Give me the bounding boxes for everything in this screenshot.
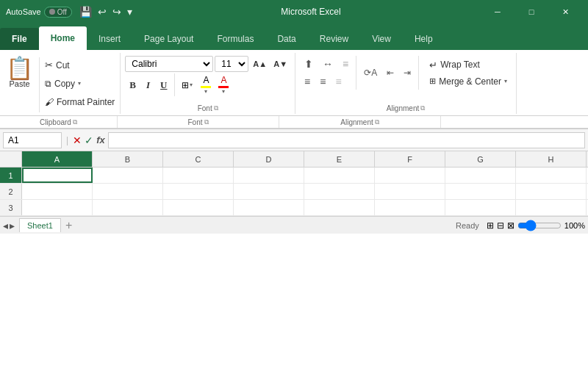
align-left-button[interactable]: ≡ (300, 73, 315, 90)
cell-D3[interactable] (234, 200, 304, 215)
format-painter-button[interactable]: 🖌 Format Painter (43, 96, 117, 109)
page-layout-view-button[interactable]: ⊟ (497, 220, 504, 231)
sheet-nav-right[interactable]: ▸ (10, 220, 15, 231)
cancel-formula-icon[interactable]: ✕ (73, 134, 82, 146)
tab-home[interactable]: Home (39, 26, 87, 50)
zoom-slider[interactable] (517, 220, 562, 231)
border-button[interactable]: ⊞ ▾ (178, 78, 196, 93)
cell-C3[interactable] (163, 200, 234, 215)
tab-insert[interactable]: Insert (87, 28, 132, 50)
cell-E1[interactable] (304, 168, 375, 183)
formula-input[interactable] (108, 132, 585, 148)
name-box[interactable] (3, 132, 62, 148)
alignment-group: ⬆ ↔ ≡ ≡ ≡ ≡ ⟳A ⇤ ⇥ (295, 53, 517, 114)
cell-B1[interactable] (93, 168, 163, 183)
indent-decrease-button[interactable]: ⇤ (382, 65, 398, 80)
minimize-button[interactable]: ─ (481, 0, 514, 24)
align-center-button[interactable]: ≡ (315, 73, 330, 90)
tab-data[interactable]: Data (265, 28, 307, 50)
close-button[interactable]: ✕ (548, 0, 582, 24)
add-sheet-button[interactable]: + (65, 219, 72, 232)
undo-icon[interactable]: ↩ (98, 6, 107, 18)
font-size-select[interactable]: 11 (215, 56, 248, 72)
cell-A3[interactable] (22, 200, 93, 215)
merge-center-button[interactable]: ⊞ Merge & Center ▾ (425, 74, 512, 89)
cell-F3[interactable] (375, 200, 445, 215)
col-header-C[interactable]: C (163, 151, 234, 167)
font-grow-button[interactable]: A▲ (250, 58, 270, 70)
customize-quick-access-icon[interactable]: ▾ (127, 6, 132, 18)
col-header-A[interactable]: A (22, 151, 93, 167)
cell-E2[interactable] (304, 184, 375, 199)
wrap-merge-group: ↵ Wrap Text ⊞ Merge & Center ▾ (425, 57, 512, 89)
fx-icon[interactable]: fx (96, 134, 105, 145)
copy-button[interactable]: ⧉ Copy ▾ (43, 77, 117, 90)
cell-G2[interactable] (445, 184, 516, 199)
underline-button[interactable]: U (156, 77, 171, 93)
align-middle-button[interactable]: ↔ (318, 56, 337, 72)
view-controls: ⊞ ⊟ ⊠ 100% (487, 220, 585, 231)
font-group-expand[interactable]: ⧉ (204, 118, 209, 126)
copy-label: Copy (54, 79, 75, 89)
cell-B2[interactable] (93, 184, 163, 199)
fill-color-button[interactable]: A ▾ (198, 73, 214, 96)
cell-H2[interactable] (516, 184, 587, 199)
bold-button[interactable]: B (125, 77, 140, 93)
clipboard-expand-icon[interactable]: ⧉ (73, 118, 77, 126)
tab-help[interactable]: Help (403, 28, 445, 50)
orientation-button[interactable]: ⟳A (359, 65, 381, 80)
cell-G3[interactable] (445, 200, 516, 215)
cell-A2[interactable] (22, 184, 93, 199)
status-bar-right: Ready (456, 221, 479, 230)
tab-formulas[interactable]: Formulas (205, 28, 265, 50)
page-break-view-button[interactable]: ⊠ (507, 220, 514, 231)
cell-H3[interactable] (516, 200, 587, 215)
cut-button[interactable]: ✂ Cut (43, 58, 117, 72)
cell-F2[interactable] (375, 184, 445, 199)
alignment-group-expand[interactable]: ⧉ (375, 118, 379, 126)
redo-icon[interactable]: ↪ (112, 6, 121, 18)
cell-D2[interactable] (234, 184, 304, 199)
cell-H1[interactable] (516, 168, 587, 183)
align-top-button[interactable]: ⬆ (300, 56, 318, 72)
col-header-F[interactable]: F (375, 151, 445, 167)
col-header-H[interactable]: H (516, 151, 587, 167)
wrap-text-button[interactable]: ↵ Wrap Text (425, 57, 512, 73)
cell-C1[interactable] (163, 168, 234, 183)
normal-view-button[interactable]: ⊞ (487, 220, 494, 231)
tab-review[interactable]: Review (308, 28, 360, 50)
cell-D1[interactable] (234, 168, 304, 183)
tab-page-layout[interactable]: Page Layout (132, 28, 205, 50)
font-shrink-button[interactable]: A▼ (270, 58, 290, 70)
cell-G1[interactable] (445, 168, 516, 183)
italic-button[interactable]: I (142, 77, 154, 93)
col-header-G[interactable]: G (445, 151, 516, 167)
cell-E3[interactable] (304, 200, 375, 215)
confirm-formula-icon[interactable]: ✓ (85, 134, 93, 146)
copy-icon: ⧉ (45, 79, 51, 89)
cell-B3[interactable] (93, 200, 163, 215)
font-expand-icon[interactable]: ⧉ (214, 104, 218, 112)
font-color-button[interactable]: A ▾ (215, 73, 232, 96)
font-family-select[interactable]: Calibri (125, 56, 213, 72)
align-right-button[interactable]: ≡ (331, 73, 345, 90)
indent-increase-button[interactable]: ⇥ (399, 65, 415, 80)
maximize-button[interactable]: □ (514, 0, 548, 24)
cell-F1[interactable] (375, 168, 445, 183)
save-icon[interactable]: 💾 (79, 6, 92, 18)
sheet-nav-left[interactable]: ◂ (3, 220, 8, 231)
tab-view[interactable]: View (360, 28, 403, 50)
cell-C2[interactable] (163, 184, 234, 199)
indent-group: ⟳A ⇤ ⇥ (359, 65, 415, 80)
col-header-E[interactable]: E (304, 151, 375, 167)
alignment-expand-icon[interactable]: ⧉ (420, 104, 425, 112)
sheet-tab-1[interactable]: Sheet1 (19, 218, 61, 232)
paste-button[interactable]: 📋 Paste (3, 56, 36, 90)
col-header-D[interactable]: D (234, 151, 304, 167)
autosave-toggle[interactable]: Off (44, 7, 72, 18)
col-header-B[interactable]: B (93, 151, 163, 167)
fill-color-dropdown: ▾ (204, 88, 207, 95)
align-bottom-button[interactable]: ≡ (338, 56, 353, 72)
tab-file[interactable]: File (0, 28, 39, 50)
cell-A1[interactable] (22, 168, 93, 183)
